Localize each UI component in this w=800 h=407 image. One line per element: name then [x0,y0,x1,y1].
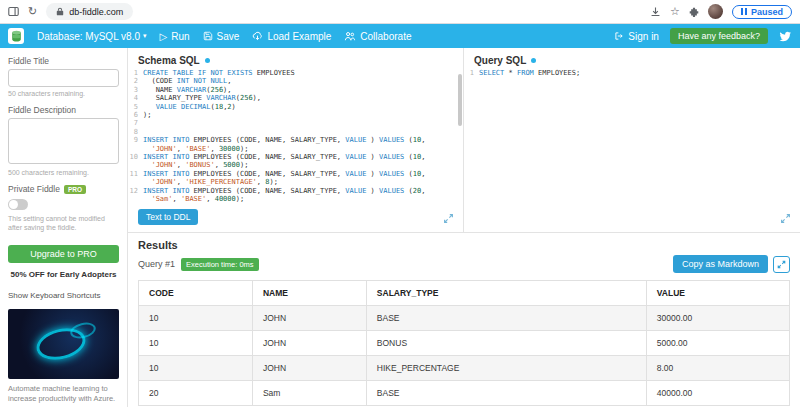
collaborate-label: Collaborate [360,31,411,42]
fiddle-title-label: Fiddle Title [8,56,119,66]
expand-results-button[interactable] [773,256,790,273]
editor-scrollbar[interactable] [458,74,462,126]
results-section: Results Query #1 Execution time: 0ms Cop… [128,232,800,407]
expand-schema-icon[interactable] [442,212,455,225]
line-number [128,195,143,203]
keyboard-shortcuts-link[interactable]: Show Keyboard Shortcuts [8,291,119,300]
url-text: db-fiddle.com [69,7,123,17]
line-number: 9 [128,136,143,144]
load-example-button[interactable]: Load Example [252,31,331,42]
table-cell: HIKE_PERCENTAGE [366,356,646,381]
table-cell: 5000.00 [646,331,789,356]
table-cell: JOHN [252,356,366,381]
db-fiddle-logo[interactable] [8,28,24,44]
code-line: 11INSERT INTO EMPLOYEES (CODE, NAME, SAL… [128,170,463,178]
ad-caption[interactable]: Automate machine learning to increase pr… [8,384,119,404]
database-selector-label: Database: MySQL v8.0 [37,31,140,42]
save-button[interactable]: Save [203,31,240,42]
table-cell: 40000.00 [646,381,789,406]
line-number [128,178,143,186]
fiddle-description-label: Fiddle Description [8,105,119,115]
query-panel-title: Query SQL [474,55,526,66]
code-line: 10INSERT INTO EMPLOYEES (CODE, NAME, SAL… [128,153,463,161]
fiddle-description-input[interactable] [8,118,119,164]
chevron-down-icon: ▾ [143,32,147,40]
text-to-ddl-button[interactable]: Text to DDL [138,209,198,225]
sign-in-button[interactable]: Sign in [614,31,659,42]
table-cell: JOHN [252,306,366,331]
line-number: 4 [128,94,143,102]
private-fiddle-toggle[interactable] [8,199,28,210]
schema-sql-editor[interactable]: 1CREATE TABLE IF NOT EXISTS EMPLOYEES2 (… [128,69,463,229]
table-cell: Sam [252,381,366,406]
table-cell: BASE [366,381,646,406]
execution-time-badge: Execution time: 0ms [181,258,259,271]
table-row: 10JOHNBASE30000.00 [139,306,790,331]
modified-dot-icon [205,58,210,63]
query-sql-editor[interactable]: 1SELECT * FROM EMPLOYEES; [464,69,800,229]
code-line: 1SELECT * FROM EMPLOYEES; [464,69,800,77]
expand-query-icon[interactable] [779,212,792,225]
code-line: 3 NAME VARCHAR(256), [128,86,463,94]
download-icon[interactable] [650,6,661,17]
table-cell: 10 [139,306,253,331]
code-line: 2 (CODE INT NOT NULL, [128,77,463,85]
upgrade-pro-button[interactable]: Upgrade to PRO [8,245,119,263]
fiddle-title-input[interactable] [8,69,119,87]
line-number: 1 [464,69,479,77]
results-title: Results [138,239,790,251]
code-line: 9INSERT INTO EMPLOYEES (CODE, NAME, SALA… [128,136,463,144]
modified-dot-icon [531,58,536,63]
line-number [128,145,143,153]
code-line: 8 [128,128,463,136]
table-cell: 30000.00 [646,306,789,331]
address-bar[interactable]: db-fiddle.com [46,3,133,20]
sign-in-label: Sign in [628,31,659,42]
download-cloud-icon [252,31,263,41]
carbon-ad-image[interactable] [8,309,119,379]
code-line: 4 SALARY_TYPE VARCHAR(256), [128,94,463,102]
database-selector[interactable]: Database: MySQL v8.0 ▾ [37,31,147,42]
line-number: 8 [128,128,143,136]
bookmark-star-icon[interactable]: ☆ [670,6,680,17]
code-line: 'JOHN', 'BONUS', 5000); [128,161,463,169]
results-table: CODENAMESALARY_TYPEVALUE 10JOHNBASE30000… [138,280,790,406]
pause-icon [741,8,747,15]
table-row: 10JOHNBONUS5000.00 [139,331,790,356]
profile-avatar[interactable] [708,4,723,19]
column-header: VALUE [646,281,789,306]
side-panel-icon[interactable] [8,6,19,17]
code-line: 6); [128,111,463,119]
code-line: 'Sam', 'BASE', 40000); [128,195,463,203]
pro-badge: PRO [64,185,86,194]
feedback-button[interactable]: Have any feedback? [670,28,768,44]
browser-chrome: ↻ db-fiddle.com ☆ Paused [0,0,800,24]
line-number: 1 [128,69,143,77]
query-panel: Query SQL 1SELECT * FROM EMPLOYEES; [464,48,800,232]
private-fiddle-note: This setting cannot be modified after sa… [8,214,119,233]
promo-text: 50% OFF for Early Adopters [8,270,119,279]
line-number: 10 [128,153,143,161]
debugger-paused-chip[interactable]: Paused [732,5,792,19]
paused-label: Paused [751,7,783,17]
code-line: 5 VALUE DECIMAL(18,2) [128,103,463,111]
copy-as-markdown-button[interactable]: Copy as Markdown [673,255,768,273]
extensions-icon[interactable] [689,7,699,17]
line-number: 7 [128,119,143,127]
table-row: 20SamBASE40000.00 [139,381,790,406]
run-button[interactable]: ▷ Run [160,31,190,42]
private-fiddle-label: Private Fiddle [8,184,60,194]
schema-panel: Schema SQL 1CREATE TABLE IF NOT EXISTS E… [128,48,464,232]
table-cell: BONUS [366,331,646,356]
refresh-icon[interactable]: ↻ [28,6,37,17]
twitter-icon[interactable] [779,31,792,42]
app-header: Database: MySQL v8.0 ▾ ▷ Run Save Load E… [0,24,800,48]
run-label: Run [171,31,189,42]
line-number: 12 [128,187,143,195]
code-line: 'JOHN', 'BASE', 30000); [128,145,463,153]
query-number-label: Query #1 [138,259,175,269]
schema-panel-title: Schema SQL [138,55,200,66]
table-cell: 10 [139,356,253,381]
line-number: 3 [128,86,143,94]
collaborate-button[interactable]: Collaborate [344,31,411,42]
